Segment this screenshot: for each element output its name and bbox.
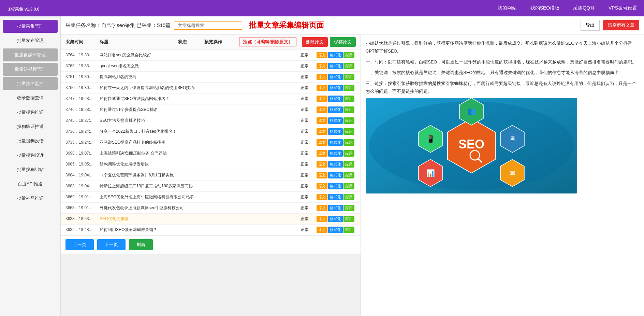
table-col-header: 采集时间 标题 状态 预览操作 预览（可编辑/删除原文） 删除原文 保存原文 [61,34,361,50]
op-apply-button[interactable]: 应用 [343,172,354,178]
op-apply-button[interactable]: 应用 [343,106,354,113]
clear-all-button[interactable]: 清空所有文章 [603,20,639,30]
op-format-button[interactable]: 格式化 [328,216,343,222]
op-original-button[interactable]: 原文 [317,128,327,135]
row-status: 正常 [294,227,315,233]
top-nav: 147采集v1.3.0.6 我的网站 我的SEO模版 采集QQ群 VPS拨号设置 [0,0,644,16]
op-original-button[interactable]: 原文 [317,52,327,58]
op-apply-button[interactable]: 应用 [343,161,354,168]
op-format-button[interactable]: 格式化 [328,139,343,146]
row-status: 正常 [294,63,315,69]
op-format-button[interactable]: 格式化 [328,63,343,69]
op-apply-button[interactable]: 应用 [343,150,354,157]
sidebar-item-sougou-feedback[interactable]: 批量搜狗反馈 [3,134,58,147]
sidebar-item-sougou-verify[interactable]: 搜狗验证推送 [3,120,58,133]
nav-vps-setting[interactable]: VPS拨号设置 [609,5,637,11]
sidebar-item-sougou-push[interactable]: 批量搜狗推送 [3,106,58,119]
op-apply-button[interactable]: 应用 [343,117,354,124]
svg-text:📱: 📱 [426,135,435,143]
op-format-button[interactable]: 格式化 [328,74,343,80]
delete-original-button[interactable]: 删除原文 [302,37,328,47]
row-time: 3751．19:30:... [65,74,100,80]
op-format-button[interactable]: 格式化 [328,106,343,113]
row-status: 正常 [294,107,315,113]
op-apply-button[interactable]: 应用 [343,128,354,135]
table-row: 3763．19:33:... googleseo排名怎么做 正常 原文 格式化 … [61,61,361,72]
op-format-button[interactable]: 格式化 [328,194,343,200]
op-apply-button[interactable]: 应用 [343,205,354,211]
op-apply-button[interactable]: 应用 [343,227,354,233]
nav-qq-group[interactable]: 采集QQ群 [573,5,595,11]
prev-page-button[interactable]: 上一页 [65,239,94,250]
op-apply-button[interactable]: 应用 [343,139,354,146]
row-status: 正常 [294,118,315,124]
nav-seo-template[interactable]: 我的SEO模版 [530,5,560,11]
row-ops: 原文 格式化 应用 [315,117,356,124]
op-original-button[interactable]: 原文 [317,172,327,178]
row-status: 正常 [294,74,315,80]
sidebar-item-sougou-bind[interactable]: 批量搜狗绑站 [3,163,58,176]
op-format-button[interactable]: 格式化 [328,128,343,135]
sidebar-item-sougou-complaint[interactable]: 批量搜狗投诉 [3,149,58,162]
search-input[interactable] [174,21,242,30]
table-row: 3750．19:30:... 如何在一天之内，快速提高网站排名的使用SEO技巧.… [61,83,361,94]
op-format-button[interactable]: 格式化 [328,52,343,58]
op-apply-button[interactable]: 应用 [343,96,354,102]
op-apply-button[interactable]: 应用 [343,63,354,69]
op-format-button[interactable]: 格式化 [328,117,343,124]
op-apply-button[interactable]: 应用 [343,183,354,189]
op-format-button[interactable]: 格式化 [328,96,343,102]
row-status: 正常 [294,161,315,167]
op-format-button[interactable]: 格式化 [328,150,343,157]
op-format-button[interactable]: 格式化 [328,183,343,189]
op-original-button[interactable]: 原文 [317,227,327,233]
sidebar-item-collect[interactable]: 批量采集管理 [3,20,58,33]
op-original-button[interactable]: 原文 [317,106,327,113]
row-time: 3698．19:07:... [65,150,100,156]
save-original-button[interactable]: 保存原文 [330,37,356,47]
op-original-button[interactable]: 原文 [317,96,327,102]
op-format-button[interactable]: 格式化 [328,205,343,211]
op-original-button[interactable]: 原文 [317,205,327,211]
refresh-button[interactable]: 刷新 [129,239,153,250]
row-title: 如何快速通过SEO方法提高网站排名？ [100,96,294,102]
sidebar-item-media[interactable]: 批量自媒体管理 [3,48,58,61]
sidebar-item-rank[interactable]: 批量排名监控 [3,77,58,90]
op-original-button[interactable]: 原文 [317,194,327,200]
op-original-button[interactable]: 原文 [317,150,327,157]
row-title: 提高网站排名的技巧 [100,74,294,80]
sidebar-item-shenma-push[interactable]: 批量神马推送 [3,192,58,205]
op-format-button[interactable]: 格式化 [328,172,343,178]
col-header-preview: 预览（可编辑/删除原文） [234,38,302,46]
op-apply-button[interactable]: 应用 [343,52,354,58]
content-area: 采集时间 标题 状态 预览操作 预览（可编辑/删除原文） 删除原文 保存原文 3… [61,34,644,316]
op-original-button[interactable]: 原文 [317,183,327,189]
op-apply-button[interactable]: 应用 [343,194,354,200]
left-panel: 采集时间 标题 状态 预览操作 预览（可编辑/删除原文） 删除原文 保存原文 3… [61,34,361,316]
row-status: 正常 [294,205,315,211]
op-original-button[interactable]: 原文 [317,74,327,80]
row-status: 正常 [294,140,315,145]
row-ops: 原文 格式化 应用 [315,52,356,58]
sidebar-item-video[interactable]: 批量短视频管理 [3,63,58,76]
op-original-button[interactable]: 原文 [317,85,327,91]
op-original-button[interactable]: 原文 [317,139,327,146]
op-original-button[interactable]: 原文 [317,117,327,124]
op-apply-button[interactable]: 应用 [343,216,354,222]
op-original-button[interactable]: 原文 [317,161,327,168]
op-format-button[interactable]: 格式化 [328,85,343,91]
next-page-button[interactable]: 下一页 [97,239,126,250]
sidebar-item-publish[interactable]: 批量发布管理 [3,34,58,47]
export-button[interactable]: 导出 [581,20,600,31]
nav-mysite[interactable]: 我的网站 [498,5,517,11]
sidebar-item-baidu-api[interactable]: 百度API推送 [3,177,58,190]
preview-editable-label[interactable]: 预览（可编辑/删除原文） [239,38,297,46]
op-format-button[interactable]: 格式化 [328,227,343,233]
nav-links: 我的网站 我的SEO模版 采集QQ群 VPS拨号设置 [498,5,637,11]
op-apply-button[interactable]: 应用 [343,74,354,80]
sidebar-item-record[interactable]: 收录数据查询 [3,91,58,104]
op-original-button[interactable]: 原文 [317,216,327,222]
op-format-button[interactable]: 格式化 [328,161,343,168]
op-original-button[interactable]: 原文 [317,63,327,69]
op-apply-button[interactable]: 应用 [343,85,354,91]
